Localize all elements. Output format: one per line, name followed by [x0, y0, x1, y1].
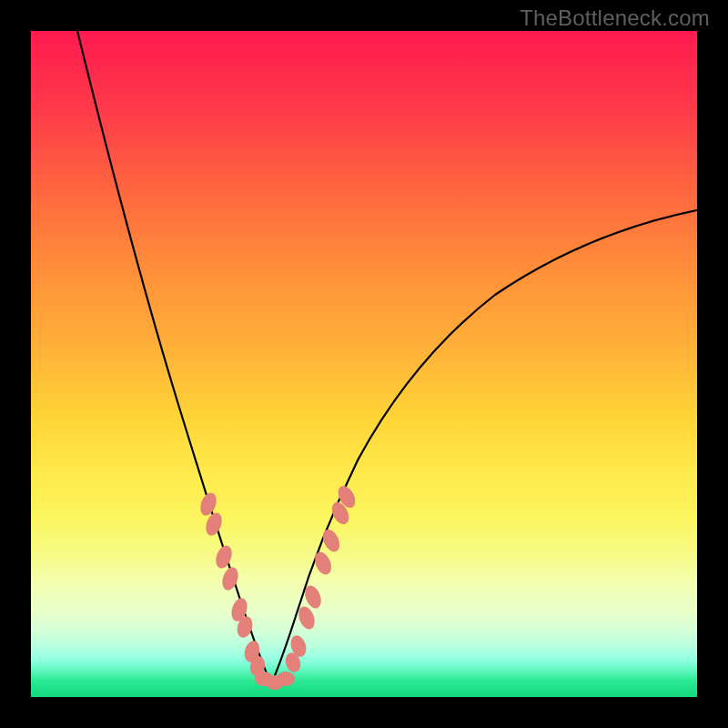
bead-cluster-right	[283, 483, 359, 674]
attribution-text: TheBottleneck.com	[520, 5, 710, 31]
plot-area	[31, 31, 697, 697]
curve-right-branch	[271, 210, 697, 684]
curve-left-branch	[77, 31, 271, 684]
bottleneck-curve	[31, 31, 697, 697]
bead-cluster-left	[197, 490, 267, 677]
svg-point-2	[213, 543, 235, 571]
svg-point-3	[219, 565, 240, 592]
svg-point-15	[312, 550, 335, 577]
chart-frame: TheBottleneck.com	[0, 0, 728, 728]
svg-point-10	[277, 672, 295, 686]
